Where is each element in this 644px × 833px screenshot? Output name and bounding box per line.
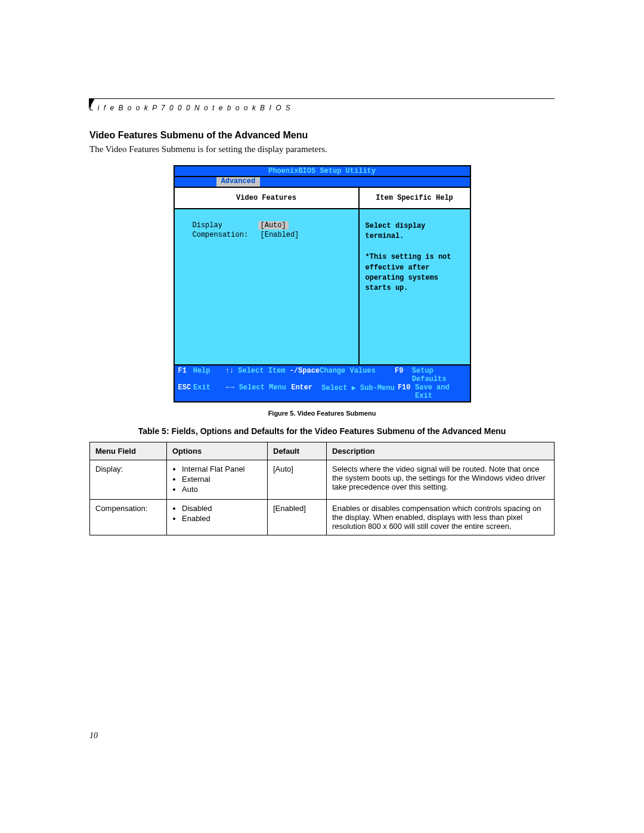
tab-advanced[interactable]: Advanced xyxy=(216,177,261,187)
bios-left-panel: Video Features Display [Auto] Compensati… xyxy=(175,188,360,364)
col-options: Options xyxy=(167,442,268,460)
document-page: L i f e B o o k P 7 0 0 0 N o t e b o o … xyxy=(0,0,644,833)
option-item: External xyxy=(182,475,262,484)
bios-help-header: Item Specific Help xyxy=(360,188,470,209)
key-label: Select ▶ Sub-Menu xyxy=(321,383,398,400)
cell-options: Disabled Enabled xyxy=(167,500,268,535)
cell-description: Enables or disables compensation which c… xyxy=(327,500,555,535)
bios-tab-bar: Advanced xyxy=(175,177,470,188)
arrows-horizontal-icon: ←→ xyxy=(226,383,239,400)
setting-compensation[interactable]: Compensation: [Enabled] xyxy=(193,231,358,239)
table-header-row: Menu Field Options Default Description xyxy=(90,442,555,460)
key-f10: F10 xyxy=(398,383,415,400)
setting-label: Display xyxy=(193,221,258,230)
bios-footer: F1 Help ↑↓ Select Item -/Space Change Va… xyxy=(175,364,470,401)
cell-field: Display: xyxy=(90,460,167,500)
cell-field: Compensation: xyxy=(90,500,167,535)
option-item: Auto xyxy=(182,485,262,494)
help-text: Select display terminal. xyxy=(366,221,464,242)
key-label: Change Values xyxy=(320,367,395,383)
setting-display[interactable]: Display [Auto] xyxy=(193,221,358,230)
bios-title: PhoenixBIOS Setup Utility xyxy=(175,166,470,177)
option-item: Enabled xyxy=(182,514,262,523)
key-label: Setup Defaults xyxy=(412,367,466,383)
key-f9: F9 xyxy=(395,367,412,383)
col-menu-field: Menu Field xyxy=(90,442,167,460)
table-row: Compensation: Disabled Enabled [Enabled]… xyxy=(90,500,555,535)
col-default: Default xyxy=(268,442,327,460)
section-heading: Video Features Submenu of the Advanced M… xyxy=(89,130,555,141)
bios-screen: PhoenixBIOS Setup Utility Advanced Video… xyxy=(174,165,471,402)
fields-table: Menu Field Options Default Description D… xyxy=(89,442,555,535)
setting-value[interactable]: [Enabled] xyxy=(258,231,302,239)
running-header: L i f e B o o k P 7 0 0 0 N o t e b o o … xyxy=(89,104,555,112)
help-text: *This setting is not effective after ope… xyxy=(366,252,464,294)
arrows-vertical-icon: ↑↓ xyxy=(225,367,239,383)
option-item: Internal Flat Panel xyxy=(182,465,262,473)
key-esc: ESC xyxy=(178,383,194,400)
setting-label: Compensation: xyxy=(193,231,258,239)
bios-left-header: Video Features xyxy=(175,188,358,209)
key-label: Select Item xyxy=(238,367,289,383)
header-rule xyxy=(89,98,555,99)
header-mark-icon xyxy=(89,98,95,109)
cell-description: Selects where the video signal will be r… xyxy=(327,460,555,500)
table-title: Table 5: Fields, Options and Defaults fo… xyxy=(89,426,555,436)
key-enter: Enter xyxy=(291,383,321,400)
section-intro: The Video Features Submenu is for settin… xyxy=(89,144,555,154)
key-f1: F1 xyxy=(178,367,193,383)
col-description: Description xyxy=(327,442,555,460)
key-label: Exit xyxy=(193,383,226,400)
table-row: Display: Internal Flat Panel External Au… xyxy=(90,460,555,500)
key-minus-space: -/Space xyxy=(290,367,320,383)
page-number: 10 xyxy=(89,731,98,741)
cell-default: [Enabled] xyxy=(268,500,327,535)
key-label: Select Menu xyxy=(239,383,292,400)
bios-help-panel: Item Specific Help Select display termin… xyxy=(360,188,470,364)
key-label: Save and Exit xyxy=(415,383,466,400)
key-label: Help xyxy=(193,367,225,383)
cell-default: [Auto] xyxy=(268,460,327,500)
setting-value-selected[interactable]: [Auto] xyxy=(258,221,289,230)
cell-options: Internal Flat Panel External Auto xyxy=(167,460,268,500)
figure-caption: Figure 5. Video Features Submenu xyxy=(89,410,555,417)
option-item: Disabled xyxy=(182,504,262,513)
